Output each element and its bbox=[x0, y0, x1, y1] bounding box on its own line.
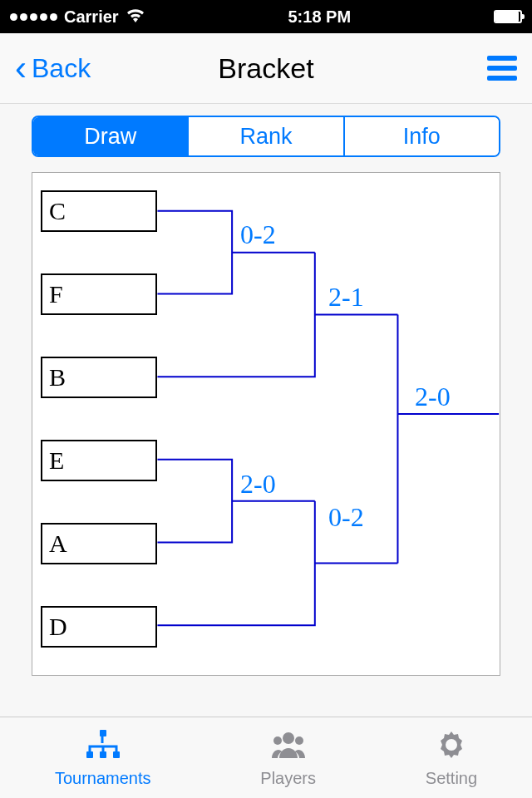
score-label: 2-1 bbox=[328, 282, 364, 313]
score-label: 2-0 bbox=[240, 469, 276, 500]
player-box[interactable]: D bbox=[41, 606, 157, 648]
wifi-icon bbox=[126, 7, 145, 27]
clock-label: 5:18 PM bbox=[288, 7, 352, 27]
signal-dots-icon bbox=[10, 13, 57, 21]
svg-rect-2 bbox=[100, 751, 106, 758]
battery-icon bbox=[494, 10, 522, 23]
segment-rank[interactable]: Rank bbox=[189, 117, 344, 155]
nav-bar: ‹ Back Bracket bbox=[0, 33, 532, 104]
segment-info[interactable]: Info bbox=[345, 117, 499, 155]
svg-rect-1 bbox=[86, 751, 93, 758]
status-bar: Carrier 5:18 PM bbox=[0, 0, 532, 33]
player-box[interactable]: B bbox=[41, 357, 157, 398]
tab-players[interactable]: Players bbox=[260, 728, 316, 788]
svg-point-4 bbox=[283, 732, 294, 744]
tab-label: Setting bbox=[426, 769, 477, 788]
tab-bar: Tournaments Players Setting bbox=[0, 717, 532, 798]
bracket-diagram[interactable]: C F B E A D 0-2 2-0 2-1 0-2 2-0 bbox=[32, 172, 500, 676]
tab-tournaments[interactable]: Tournaments bbox=[55, 728, 151, 788]
people-icon bbox=[270, 728, 307, 766]
score-label: 0-2 bbox=[240, 219, 276, 250]
svg-point-5 bbox=[273, 736, 282, 745]
chevron-left-icon: ‹ bbox=[15, 51, 27, 86]
svg-rect-0 bbox=[100, 730, 106, 736]
tab-label: Players bbox=[260, 769, 316, 788]
svg-rect-3 bbox=[113, 751, 120, 758]
back-button[interactable]: ‹ Back bbox=[15, 51, 91, 86]
page-title: Bracket bbox=[218, 52, 313, 85]
segment-control: Draw Rank Info bbox=[32, 116, 500, 157]
svg-point-6 bbox=[295, 736, 303, 745]
tab-label: Tournaments bbox=[55, 769, 151, 788]
segment-draw[interactable]: Draw bbox=[33, 117, 189, 155]
carrier-label: Carrier bbox=[64, 7, 119, 27]
player-box[interactable]: E bbox=[41, 440, 157, 481]
score-label: 2-0 bbox=[415, 382, 451, 412]
back-label: Back bbox=[32, 53, 91, 84]
player-box[interactable]: C bbox=[41, 190, 157, 232]
tab-setting[interactable]: Setting bbox=[426, 728, 477, 788]
bracket-icon bbox=[85, 728, 121, 766]
player-box[interactable]: F bbox=[41, 273, 157, 315]
player-box[interactable]: A bbox=[41, 523, 157, 564]
menu-icon[interactable] bbox=[487, 56, 517, 81]
gear-icon bbox=[433, 728, 470, 766]
score-label: 0-2 bbox=[328, 502, 364, 533]
